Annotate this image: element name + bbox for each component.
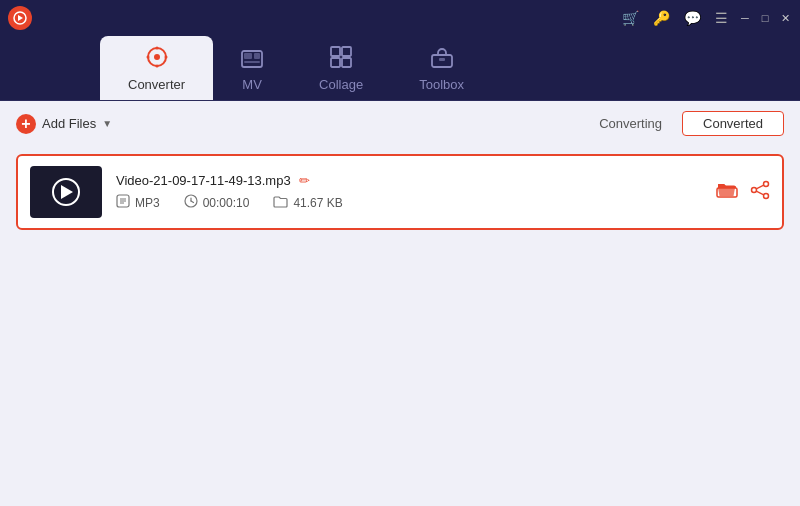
tab-mv[interactable]: MV (213, 40, 291, 100)
close-button[interactable]: ✕ (778, 11, 792, 25)
maximize-button[interactable]: □ (758, 11, 772, 25)
file-duration: 00:00:10 (203, 196, 250, 210)
file-thumbnail (30, 166, 102, 218)
svg-rect-10 (244, 61, 260, 63)
svg-point-26 (752, 187, 757, 192)
file-name-row: Video-21-09-17-11-49-13.mp3 ✏ (116, 173, 702, 188)
svg-rect-11 (331, 47, 340, 56)
main-content: + Add Files ▼ Converting Converted Video… (0, 101, 800, 506)
clock-icon (184, 194, 198, 211)
menu-icon[interactable]: ☰ (711, 8, 732, 28)
svg-line-29 (756, 191, 763, 195)
format-icon (116, 194, 130, 211)
chat-icon[interactable]: 💬 (680, 8, 705, 28)
converter-icon (146, 46, 168, 73)
svg-rect-9 (254, 53, 260, 59)
svg-line-28 (756, 185, 763, 189)
play-triangle-icon (61, 185, 73, 199)
svg-point-27 (764, 193, 769, 198)
dropdown-arrow-icon: ▼ (102, 118, 112, 129)
toolbar: + Add Files ▼ Converting Converted (0, 101, 800, 146)
file-name: Video-21-09-17-11-49-13.mp3 (116, 173, 291, 188)
key-icon[interactable]: 🔑 (649, 8, 674, 28)
file-format: MP3 (135, 196, 160, 210)
file-size: 41.67 KB (293, 196, 342, 210)
sub-tab-converting[interactable]: Converting (579, 112, 682, 135)
file-duration-meta: 00:00:10 (184, 194, 250, 211)
collage-icon (330, 46, 352, 73)
svg-line-23 (191, 201, 194, 203)
share-icon[interactable] (750, 180, 770, 205)
toolbox-icon (431, 48, 453, 73)
play-button[interactable] (52, 178, 80, 206)
empty-area (0, 334, 800, 506)
svg-point-3 (155, 47, 158, 50)
title-bar: 🛒 🔑 💬 ☰ ─ □ ✕ (0, 0, 800, 36)
tab-collage[interactable]: Collage (291, 36, 391, 100)
table-row: Video-21-09-17-11-49-13.mp3 ✏ (16, 154, 784, 230)
file-list-area: Video-21-09-17-11-49-13.mp3 ✏ (0, 146, 800, 334)
app-logo (8, 6, 32, 30)
add-files-label: Add Files (42, 116, 96, 131)
svg-rect-14 (342, 58, 351, 67)
svg-point-2 (154, 54, 160, 60)
file-meta-row: MP3 00:00:10 (116, 194, 702, 211)
folder-icon (273, 195, 288, 211)
title-bar-controls: 🛒 🔑 💬 ☰ ─ □ ✕ (618, 8, 792, 28)
tab-converter-label: Converter (128, 77, 185, 92)
svg-point-25 (764, 181, 769, 186)
mv-icon (241, 50, 263, 73)
minimize-button[interactable]: ─ (738, 11, 752, 25)
add-files-button[interactable]: + Add Files ▼ (16, 114, 112, 134)
svg-point-6 (164, 56, 167, 59)
tab-toolbox-label: Toolbox (419, 77, 464, 92)
svg-point-4 (155, 65, 158, 68)
svg-rect-8 (244, 53, 252, 59)
tab-mv-label: MV (242, 77, 262, 92)
file-size-meta: 41.67 KB (273, 195, 342, 211)
svg-rect-12 (342, 47, 351, 56)
file-format-meta: MP3 (116, 194, 160, 211)
tab-toolbox[interactable]: Toolbox (391, 38, 492, 100)
edit-icon[interactable]: ✏ (299, 173, 310, 188)
title-bar-left (8, 6, 32, 30)
svg-point-5 (146, 56, 149, 59)
open-folder-icon[interactable] (716, 180, 738, 205)
sub-tab-switcher: Converting Converted (579, 111, 784, 136)
file-info: Video-21-09-17-11-49-13.mp3 ✏ (116, 173, 702, 211)
tab-converter[interactable]: Converter (100, 36, 213, 100)
nav-tabs: Converter MV Collage (0, 36, 800, 101)
sub-tab-converted[interactable]: Converted (682, 111, 784, 136)
cart-icon[interactable]: 🛒 (618, 8, 643, 28)
svg-rect-13 (331, 58, 340, 67)
tab-collage-label: Collage (319, 77, 363, 92)
plus-icon: + (16, 114, 36, 134)
file-actions (716, 180, 770, 205)
svg-rect-16 (439, 58, 445, 61)
